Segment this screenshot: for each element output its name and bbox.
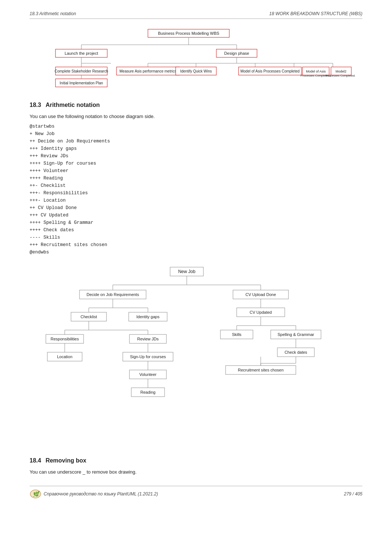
section-title-18-3: Arithmetic notation — [45, 102, 100, 108]
section-number-18-4: 18.4 — [30, 457, 41, 464]
page-footer: 🌿 Справочное руководство по языку PlantU… — [30, 486, 362, 499]
plantuml-icon: 🌿 — [30, 489, 41, 499]
svg-text:Skills: Skills — [232, 332, 241, 337]
section-18-4-heading: 18.4 Removing box — [30, 454, 362, 467]
svg-text:Checklist: Checklist — [81, 314, 97, 319]
section-desc-18-4: You can use underscore _ to remove box d… — [30, 469, 362, 475]
svg-text:Identify Quick Wins: Identify Quick Wins — [180, 69, 212, 73]
svg-text:CV Updated: CV Updated — [250, 310, 272, 314]
svg-text:Identity gaps: Identity gaps — [136, 314, 160, 319]
svg-text:Recruitment sites chosen: Recruitment sites chosen — [238, 368, 284, 372]
svg-text:Initial Implementation Plan: Initial Implementation Plan — [60, 81, 103, 85]
svg-text:Complete Stakeholder Research: Complete Stakeholder Research — [55, 69, 108, 73]
wbs-diagram-2: New Job Decide on Job Requirements CV Up… — [30, 263, 362, 445]
svg-text:Reading: Reading — [141, 390, 156, 394]
svg-text:Sign-Up for courses: Sign-Up for courses — [130, 354, 166, 359]
svg-text:Location: Location — [57, 354, 72, 359]
section-title-18-4: Removing box — [45, 457, 86, 464]
svg-text:Model2: Model2 — [335, 70, 347, 73]
svg-text:Spelling & Grammar: Spelling & Grammar — [277, 332, 314, 337]
svg-text:Check dates: Check dates — [284, 350, 307, 354]
footer-page: 279 / 405 — [344, 491, 362, 497]
code-block-wbs: @startwbs + New Job ++ Decide on Job Req… — [30, 123, 362, 256]
svg-text:Volunteer: Volunteer — [139, 372, 157, 377]
svg-text:Decide on Job Requirements: Decide on Job Requirements — [87, 292, 139, 297]
svg-text:Design phase: Design phase — [224, 51, 249, 56]
svg-text:Review JDs: Review JDs — [137, 337, 159, 341]
svg-text:Launch the project: Launch the project — [65, 51, 98, 56]
svg-text:Measure Asis performance metri: Measure Asis performance metrics — [119, 69, 176, 73]
header-left: 18.3 Arithmetic notation — [30, 11, 76, 16]
header-right: 18 WORK BREAKDOWN STRUCTURE (WBS) — [269, 11, 362, 16]
svg-text:Model of Asis: Model of Asis — [306, 70, 326, 73]
section-18-3-heading: 18.3 Arithmetic notation — [30, 98, 362, 111]
svg-text:New Job: New Job — [178, 269, 196, 274]
wbs-svg-1: Business Process Modelling WBS Launch th… — [37, 26, 355, 89]
wbs-diagram-1: Business Process Modelling WBS Launch th… — [30, 26, 362, 89]
footer-left: 🌿 Справочное руководство по языку PlantU… — [30, 489, 158, 499]
svg-text:Model of Asis Processes Comple: Model of Asis Processes Completed — [240, 69, 300, 73]
svg-text:CV Upload Done: CV Upload Done — [246, 292, 276, 297]
wbs-svg-2: New Job Decide on Job Requirements CV Up… — [44, 263, 348, 445]
svg-text:Responsibilities: Responsibilities — [51, 337, 79, 341]
page: 18.3 Arithmetic notation 18 WORK BREAKDO… — [0, 0, 392, 555]
section-number-18-3: 18.3 — [30, 102, 41, 108]
footer-text: Справочное руководство по языку PlantUML… — [44, 491, 158, 497]
svg-text:Processes Completed2: Processes Completed2 — [326, 74, 355, 77]
svg-text:Business Process Modelling WBS: Business Process Modelling WBS — [158, 31, 219, 36]
section-desc-18-3: You can use the following notation to ch… — [30, 114, 362, 119]
page-header: 18.3 Arithmetic notation 18 WORK BREAKDO… — [30, 11, 362, 19]
